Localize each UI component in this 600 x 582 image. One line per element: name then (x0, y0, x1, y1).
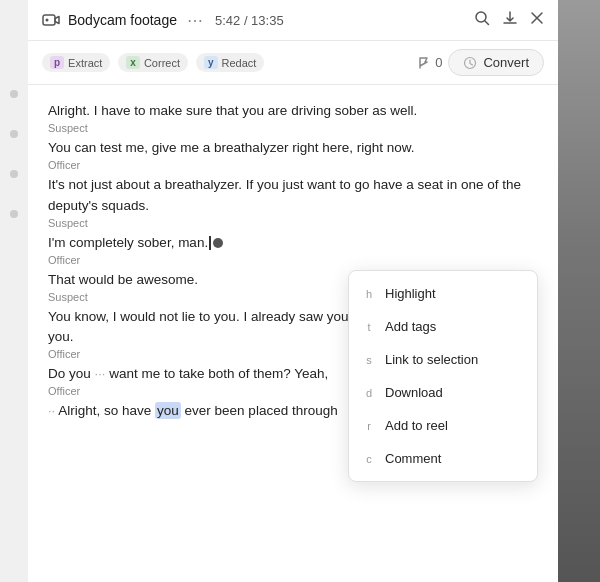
highlighted-word: you (155, 402, 181, 419)
svg-point-1 (46, 19, 49, 22)
extract-badge[interactable]: p Extract (42, 53, 110, 72)
link-selection-key: s (363, 354, 375, 366)
speech-text-0: Alright. I have to make sure that you ar… (48, 101, 538, 122)
context-menu: h Highlight t Add tags s Link to selecti… (348, 270, 538, 482)
speech-text-1: You can test me, give me a breathalyzer … (48, 138, 538, 159)
svg-rect-0 (43, 15, 55, 25)
transcript-block-0: Alright. I have to make sure that you ar… (48, 101, 538, 122)
link-selection-label: Link to selection (385, 352, 523, 367)
menu-item-add-to-reel[interactable]: r Add to reel (349, 409, 537, 442)
redact-label: Redact (222, 57, 257, 69)
add-tags-label: Add tags (385, 319, 523, 334)
speaker-label-4: Officer (48, 254, 538, 266)
menu-item-highlight[interactable]: h Highlight (349, 277, 537, 310)
speaker-label-2: Officer (48, 159, 538, 171)
menu-item-add-tags[interactable]: t Add tags (349, 310, 537, 343)
convert-button[interactable]: Convert (448, 49, 544, 76)
download-key: d (363, 387, 375, 399)
redact-badge[interactable]: y Redact (196, 53, 264, 72)
comment-label: Comment (385, 451, 523, 466)
ellipsis: ··· (95, 366, 106, 381)
search-icon[interactable] (474, 10, 490, 30)
left-sidebar (0, 0, 28, 582)
extract-label: Extract (68, 57, 102, 69)
close-icon[interactable] (530, 11, 544, 29)
sidebar-dot-4 (10, 210, 18, 218)
menu-item-link-selection[interactable]: s Link to selection (349, 343, 537, 376)
speech-text-2: It's not just about a breathalyzer. If y… (48, 175, 538, 217)
correct-badge[interactable]: x Correct (118, 53, 188, 72)
more-options-icon[interactable]: ⋯ (187, 11, 203, 30)
playback-time: 5:42 / 13:35 (215, 13, 284, 28)
convert-area: 0 Convert (417, 49, 544, 76)
add-to-reel-label: Add to reel (385, 418, 523, 433)
convert-label: Convert (483, 55, 529, 70)
menu-item-comment[interactable]: c Comment (349, 442, 537, 475)
text-cursor (209, 236, 211, 250)
sidebar-dot-1 (10, 90, 18, 98)
add-tags-key: t (363, 321, 375, 333)
highlight-label: Highlight (385, 286, 523, 301)
header-actions (474, 10, 544, 30)
menu-item-download[interactable]: d Download (349, 376, 537, 409)
video-title: Bodycam footage (68, 12, 177, 28)
header-bar: Bodycam footage ⋯ 5:42 / 13:35 (28, 0, 558, 41)
sidebar-dot-3 (10, 170, 18, 178)
correct-label: Correct (144, 57, 180, 69)
redact-key: y (204, 56, 218, 69)
speaker-label-1: Suspect (48, 122, 538, 134)
highlight-key: h (363, 288, 375, 300)
ellipsis-2: ·· (48, 403, 55, 418)
bodycam-icon (42, 11, 60, 29)
sidebar-dot-2 (10, 130, 18, 138)
download-icon[interactable] (502, 10, 518, 30)
thumbnail-gradient (558, 0, 600, 582)
add-to-reel-key: r (363, 420, 375, 432)
transcript-block-1: Suspect You can test me, give me a breat… (48, 122, 538, 159)
selection-handle (213, 238, 223, 248)
correct-key: x (126, 56, 140, 69)
transcript-block-2: Officer It's not just about a breathalyz… (48, 159, 538, 217)
download-label: Download (385, 385, 523, 400)
flag-count: 0 (435, 55, 442, 70)
speech-text-3: I'm completely sober, man. (48, 233, 538, 254)
comment-key: c (363, 453, 375, 465)
toolbar: p Extract x Correct y Redact 0 (28, 41, 558, 85)
flag-count-area: 0 (417, 55, 442, 70)
right-thumbnail-panel (558, 0, 600, 582)
main-content: Bodycam footage ⋯ 5:42 / 13:35 (28, 0, 558, 582)
extract-key: p (50, 56, 64, 69)
speaker-label-3: Suspect (48, 217, 538, 229)
transcript-block-3: Suspect I'm completely sober, man. (48, 217, 538, 254)
